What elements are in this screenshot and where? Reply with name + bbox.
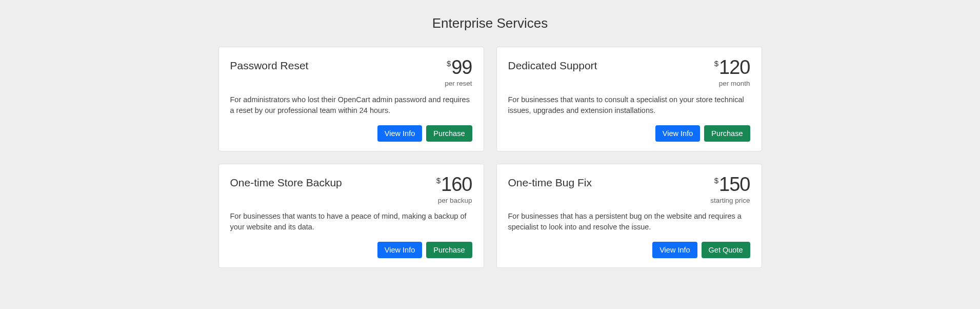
currency-symbol: $ bbox=[714, 60, 718, 67]
currency-symbol: $ bbox=[447, 60, 451, 67]
price-amount: 150 bbox=[719, 175, 750, 194]
card-header: Dedicated Support $ 120 per month bbox=[508, 57, 750, 87]
price-block: $ 160 per backup bbox=[436, 175, 472, 204]
service-card-store-backup: One-time Store Backup $ 160 per backup F… bbox=[218, 164, 484, 268]
price-block: $ 120 per month bbox=[714, 57, 750, 87]
purchase-button[interactable]: Purchase bbox=[704, 125, 750, 142]
card-title: One-time Bug Fix bbox=[508, 175, 592, 189]
content-container: Enterprise Services Password Reset $ 99 … bbox=[218, 15, 762, 268]
price-line: $ 99 bbox=[445, 57, 472, 77]
card-header: Password Reset $ 99 per reset bbox=[230, 57, 472, 87]
price-amount: 160 bbox=[441, 175, 472, 194]
currency-symbol: $ bbox=[436, 177, 441, 184]
price-block: $ 99 per reset bbox=[445, 57, 472, 87]
price-line: $ 120 bbox=[714, 57, 750, 77]
card-actions: View Info Purchase bbox=[508, 125, 750, 142]
service-card-password-reset: Password Reset $ 99 per reset For admini… bbox=[218, 47, 484, 151]
currency-symbol: $ bbox=[714, 177, 718, 184]
purchase-button[interactable]: Purchase bbox=[426, 242, 472, 258]
card-actions: View Info Purchase bbox=[230, 242, 472, 258]
purchase-button[interactable]: Purchase bbox=[426, 125, 472, 142]
view-info-button[interactable]: View Info bbox=[377, 125, 422, 142]
get-quote-button[interactable]: Get Quote bbox=[702, 242, 750, 258]
view-info-button[interactable]: View Info bbox=[655, 125, 700, 142]
view-info-button[interactable]: View Info bbox=[377, 242, 422, 258]
card-description: For administrators who lost their OpenCa… bbox=[230, 94, 472, 116]
card-actions: View Info Purchase bbox=[230, 125, 472, 142]
card-description: For businesses that wants to consult a s… bbox=[508, 94, 750, 116]
card-title: Dedicated Support bbox=[508, 57, 597, 72]
price-unit: per reset bbox=[445, 80, 472, 87]
price-line: $ 150 bbox=[710, 175, 750, 194]
card-header: One-time Store Backup $ 160 per backup bbox=[230, 175, 472, 204]
view-info-button[interactable]: View Info bbox=[652, 242, 697, 258]
price-amount: 99 bbox=[451, 57, 472, 77]
price-unit: per month bbox=[714, 80, 750, 87]
page-title: Enterprise Services bbox=[218, 15, 762, 31]
service-card-bug-fix: One-time Bug Fix $ 150 starting price Fo… bbox=[496, 164, 762, 268]
card-header: One-time Bug Fix $ 150 starting price bbox=[508, 175, 750, 204]
card-title: Password Reset bbox=[230, 57, 309, 72]
card-description: For businesses that has a persistent bug… bbox=[508, 211, 750, 233]
price-unit: per backup bbox=[436, 197, 472, 204]
price-line: $ 160 bbox=[436, 175, 472, 194]
services-grid: Password Reset $ 99 per reset For admini… bbox=[218, 47, 762, 268]
price-unit: starting price bbox=[710, 197, 750, 204]
service-card-dedicated-support: Dedicated Support $ 120 per month For bu… bbox=[496, 47, 762, 151]
card-description: For businesses that wants to have a peac… bbox=[230, 211, 472, 233]
card-actions: View Info Get Quote bbox=[508, 242, 750, 258]
price-amount: 120 bbox=[719, 57, 750, 77]
price-block: $ 150 starting price bbox=[710, 175, 750, 204]
card-title: One-time Store Backup bbox=[230, 175, 342, 189]
